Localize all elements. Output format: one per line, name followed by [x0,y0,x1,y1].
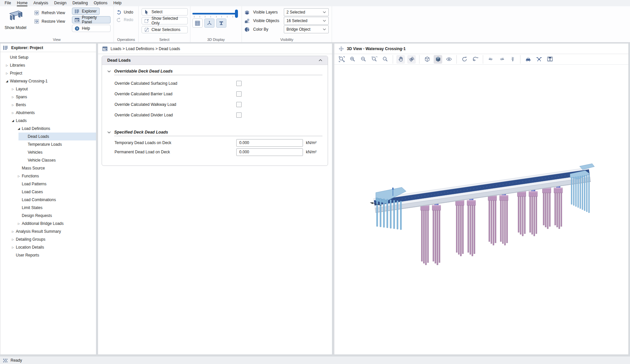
tree-expander-icon[interactable]: ◢ [10,119,16,122]
tree-item-loads[interactable]: ◢Loads [0,117,96,125]
tree-item-load-combinations[interactable]: Load Combinations [0,196,96,204]
explorer-button[interactable]: Explorer [72,8,100,15]
tree-item-unit-setup[interactable]: Unit Setup [0,53,96,61]
tree-item-label: Load Patterns [22,182,47,186]
arrow-down-plane-button[interactable] [508,55,517,64]
input-permanent-dead-load-on-deck[interactable] [236,148,303,156]
rotate-cw-button[interactable] [460,55,469,64]
card-header[interactable]: Dead Loads [102,56,328,65]
menu-analysis[interactable]: Analysis [30,0,51,6]
visible-layers-dropdown[interactable]: 2 Selected [284,8,329,16]
tree-item-vehicles[interactable]: Vehicles [0,148,96,156]
checkbox-override-calculated-barrier-load[interactable] [236,91,242,97]
hand-button[interactable] [396,55,405,64]
visible-objects-dropdown[interactable]: 16 Selected [284,17,329,25]
menu-help[interactable]: Help [110,0,124,6]
tree-expander-icon[interactable]: ◢ [4,79,10,83]
tree-expander-icon[interactable]: ▷ [10,230,16,233]
input-temporary-dead-loads-on-deck[interactable] [236,139,303,147]
tree-item-detailing-groups[interactable]: ▷Detailing Groups [0,235,96,243]
tree-expander-icon[interactable]: ▷ [10,238,16,241]
orbit-button[interactable] [407,55,416,64]
tree-expander-icon[interactable]: ▷ [16,222,22,225]
cube-solid-button[interactable] [434,55,442,64]
tree-item-spans[interactable]: ▷Spans [0,93,96,101]
tree-item-load-cases[interactable]: Load Cases [0,188,96,196]
tree-expander-icon[interactable]: ▷ [4,64,10,67]
color-by-dropdown[interactable]: Bridge Object [284,25,329,33]
checkbox-override-calculated-divider-load[interactable] [236,112,242,118]
tree-expander-icon[interactable]: ◢ [16,127,22,130]
display-slider-handle[interactable] [235,10,238,18]
3d-viewport[interactable] [334,65,628,354]
tree-item-limit-states[interactable]: Limit States [0,204,96,212]
checkbox-override-calculated-walkway-load[interactable] [236,102,242,107]
tree-item-project[interactable]: ▷Project [0,69,96,77]
checkbox-override-calculated-surfacing-load[interactable] [236,81,242,86]
chevron-down-icon[interactable] [107,131,111,134]
menu-options[interactable]: Options [91,0,110,6]
magnifier-button[interactable] [381,55,389,64]
select-button[interactable]: Select [142,8,188,15]
tree-expander-icon[interactable]: ▷ [10,104,16,106]
tree-item-abutments[interactable]: ▷Abutments [0,109,96,117]
tree-item-analysis-result-summary[interactable]: ▷Analysis Result Summary [0,228,96,235]
tree-item-mass-source[interactable]: Mass Source [0,164,96,172]
show-model-button[interactable]: Show Model [1,7,30,37]
refresh-view-button[interactable]: Refresh View [34,10,65,15]
chevron-down-icon[interactable] [107,70,111,73]
axes-toggle-button[interactable] [204,18,215,28]
tree-item-additional-bridge-loads[interactable]: ▷Additional Bridge Loads [0,220,96,228]
tree-expander-icon[interactable]: ▷ [10,246,16,249]
tree-item-load-patterns[interactable]: Load Patterns [0,180,96,188]
plotter-button[interactable] [546,55,554,64]
tree-item-location-details[interactable]: ▷Location Details [0,243,96,251]
extrude-toggle-button[interactable] [216,18,226,28]
section-header-specified-deck-dead-loads[interactable]: Specified Deck Dead Loads [107,129,322,136]
undo-button[interactable]: Undo [116,10,133,15]
menu-detailing[interactable]: Detailing [69,0,91,6]
redo-button[interactable]: Redo [116,17,133,22]
tree-expander-icon[interactable]: ▷ [10,88,16,91]
tree-expander-icon[interactable]: ▷ [10,111,16,114]
tree-item-libraries[interactable]: ▷Libraries [0,61,96,69]
display-slider-track[interactable] [192,13,237,15]
property-panel-button[interactable]: Property Panel [72,16,111,23]
zoom-window-button[interactable] [370,55,379,64]
clear-selections-button[interactable]: Clear Selections [142,26,188,33]
tree-item-design-requests[interactable]: Design Requests [0,212,96,220]
tree-item-layout[interactable]: ▷Layout [0,85,96,93]
eye-button[interactable] [445,55,453,64]
drone-button[interactable] [535,55,543,64]
tree-item-label: Functions [22,174,39,178]
tree-item-waterway-crossing-1[interactable]: ◢Waterway Crossing-1 [0,77,96,85]
tree-item-bents[interactable]: ▷Bents [0,101,96,109]
tree-item-user-reports[interactable]: User Reports [0,251,96,259]
restore-view-button[interactable]: Restore View [34,19,65,24]
zoom-extents-button[interactable] [337,55,346,64]
zoom-out-button[interactable] [359,55,368,64]
tree-expander-icon[interactable]: ▷ [4,72,10,75]
tree-item-label: Waterway Crossing-1 [10,79,48,83]
car-button[interactable] [524,55,532,64]
section-header-overridable-deck-dead-loads[interactable]: Overridable Deck Dead Loads [107,68,322,75]
tree-item-dead-loads[interactable]: Dead Loads [0,133,96,140]
arrow-right-plane-button[interactable] [497,55,506,64]
zoom-in-button[interactable] [348,55,357,64]
tree-item-functions[interactable]: ▷Functions [0,172,96,180]
show-selected-only-button[interactable]: Show Selected Only [142,17,188,24]
menu-home[interactable]: Home [14,0,30,6]
tree-item-vehicle-classes[interactable]: Vehicle Classes [0,156,96,164]
arrow-left-plane-button[interactable] [486,55,495,64]
cube-wire-button[interactable] [423,55,431,64]
tree-item-load-definitions[interactable]: ◢Load Definitions [0,125,96,133]
tree-expander-icon[interactable]: ▷ [16,175,22,178]
collapse-card-icon[interactable] [318,59,322,62]
grid-toggle-button[interactable] [192,18,203,28]
rotate-axis-button[interactable] [471,55,480,64]
menu-design[interactable]: Design [51,0,69,6]
help-button[interactable]: ? Help [72,25,111,32]
tree-expander-icon[interactable]: ▷ [10,96,16,99]
tree-item-temperature-loads[interactable]: Temperature Loads [0,140,96,148]
menu-file[interactable]: File [2,0,14,6]
